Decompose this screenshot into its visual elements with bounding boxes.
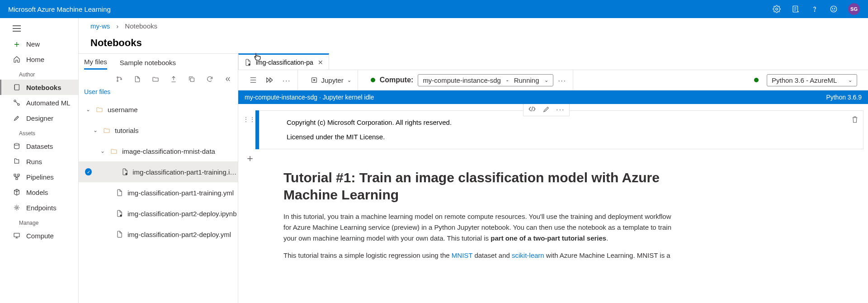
text: This tutorial trains a simple logistic r… — [283, 251, 452, 259]
nav-automl[interactable]: Automated ML — [0, 95, 78, 110]
nav-designer[interactable]: Designer — [0, 110, 78, 126]
tree-file[interactable]: img-classification-part2-deploy.yml — [79, 224, 238, 245]
nav-label: Runs — [26, 158, 42, 166]
tutorial-paragraph: In this tutorial, you train a machine le… — [283, 211, 677, 244]
refresh-icon[interactable] — [205, 75, 214, 84]
product-title: Microsoft Azure Machine Learning — [8, 5, 111, 13]
kernel-status-dot — [754, 78, 759, 82]
file-tree: ⌄ username ⌄ tutorials ⌄ image-classific… — [79, 99, 238, 245]
breadcrumb-current: Notebooks — [125, 22, 157, 30]
svg-point-20 — [120, 215, 122, 216]
plus-icon: ＋ — [13, 40, 21, 48]
nav-datasets[interactable]: Datasets — [0, 138, 78, 154]
text: with Azure Machine Learning. MNIST is a — [544, 251, 670, 259]
tree-file[interactable]: img-classification-part2-deploy.ipynb — [79, 203, 238, 224]
chevron-down-icon: ⌄ — [99, 148, 106, 154]
run-all-icon[interactable] — [265, 76, 274, 84]
chevron-down-icon: ⌄ — [347, 77, 351, 83]
open-in-jupyter[interactable]: Jupyter ⌄ — [311, 76, 351, 84]
add-cell-button[interactable]: ＋ — [244, 152, 256, 165]
folder-icon — [96, 106, 103, 113]
git-icon[interactable] — [115, 75, 124, 84]
tab-my-files[interactable]: My files — [84, 55, 107, 70]
user-files-heading: User files — [79, 86, 238, 99]
markdown-render: Tutorial #1: Train an image classificati… — [238, 165, 690, 281]
nav-home[interactable]: Home — [0, 52, 78, 67]
collapse-panel-icon[interactable] — [223, 75, 232, 84]
tree-label: img-classification-part1-training.yml — [127, 189, 234, 197]
selected-check-icon: ✓ — [85, 168, 92, 175]
svg-point-19 — [125, 173, 127, 175]
help-icon[interactable] — [810, 5, 819, 14]
nav-notebooks[interactable]: Notebooks — [0, 80, 78, 95]
svg-point-5 — [835, 8, 835, 9]
user-avatar[interactable]: SG — [848, 3, 860, 15]
tree-label: tutorials — [115, 127, 139, 134]
home-icon — [13, 55, 21, 63]
tree-label: img-classification-part1-training.ipynb — [132, 168, 238, 176]
delete-cell-icon[interactable] — [851, 115, 859, 123]
more-icon[interactable]: ··· — [556, 106, 565, 114]
more-icon[interactable]: ··· — [558, 76, 566, 84]
cell-active-bar — [255, 110, 259, 149]
new-folder-icon[interactable] — [151, 75, 160, 84]
edit-icon[interactable] — [542, 106, 550, 114]
clone-icon[interactable] — [187, 75, 196, 84]
new-file-icon[interactable] — [133, 75, 142, 84]
compute-label: Compute: — [380, 76, 414, 84]
nav-models[interactable]: Models — [0, 185, 78, 200]
document-tab[interactable]: img-classification-pa ✕ — [238, 53, 329, 70]
close-tab-icon[interactable]: ✕ — [318, 59, 323, 66]
models-icon — [13, 188, 21, 196]
link-scikit[interactable]: scikit-learn — [512, 251, 544, 259]
svg-point-17 — [121, 79, 122, 80]
nav-runs[interactable]: Runs — [0, 154, 78, 169]
folder-icon — [103, 127, 110, 134]
content: my-ws › Notebooks Notebooks My files Sam… — [79, 18, 868, 303]
cell-text-line: Copyright (c) Microsoft Corporation. All… — [287, 117, 852, 128]
cell-drag-handle[interactable]: ⋮⋮ — [243, 110, 255, 149]
toggle-code-icon[interactable] — [528, 106, 536, 114]
nav-endpoints[interactable]: Endpoints — [0, 200, 78, 215]
activity-log-icon[interactable] — [791, 5, 800, 14]
upload-icon[interactable] — [169, 75, 178, 84]
folder-icon — [110, 147, 118, 155]
nav-toggle[interactable] — [0, 21, 78, 36]
text: . — [606, 234, 608, 242]
nav-compute[interactable]: Compute — [0, 228, 78, 243]
kernel-name: Python 3.6 - AzureML — [772, 76, 837, 84]
svg-point-15 — [117, 77, 118, 78]
tree-folder-mnist[interactable]: ⌄ image-classification-mnist-data — [79, 141, 238, 161]
breadcrumb-workspace[interactable]: my-ws — [90, 22, 110, 30]
tutorial-heading: Tutorial #1: Train an image classificati… — [283, 169, 677, 203]
svg-point-0 — [776, 8, 778, 10]
runs-icon — [13, 157, 21, 166]
compute-selector[interactable]: my-compute-instance-sdg - Running ⌄ — [418, 74, 553, 86]
nav-pipelines[interactable]: Pipelines — [0, 169, 78, 185]
nav-new[interactable]: ＋ New — [0, 36, 78, 52]
designer-icon — [13, 114, 21, 122]
notebook-file-icon — [244, 59, 251, 66]
toc-icon[interactable] — [249, 76, 257, 84]
more-icon[interactable]: ··· — [283, 76, 291, 84]
settings-icon[interactable] — [772, 5, 781, 14]
notebook-body[interactable]: ··· ⋮⋮ Copyright (c) Microsoft Corporati… — [238, 104, 868, 303]
svg-rect-10 — [14, 174, 16, 176]
tree-folder-tutorials[interactable]: ⌄ tutorials — [79, 120, 238, 141]
svg-point-3 — [830, 6, 837, 12]
feedback-smile-icon[interactable] — [829, 5, 838, 14]
link-mnist[interactable]: MNIST — [452, 251, 472, 259]
kernel-selector[interactable]: Python 3.6 - AzureML ⌄ — [767, 74, 857, 86]
tree-folder-user[interactable]: ⌄ username — [79, 99, 238, 120]
left-nav: ＋ New Home Author Notebooks Automated ML… — [0, 18, 79, 303]
tutorial-paragraph: This tutorial trains a simple logistic r… — [283, 250, 677, 261]
kernel-status-strip: my-compute-instance-sdg · Jupyter kernel… — [238, 90, 868, 104]
nav-label: Compute — [26, 232, 54, 240]
svg-point-13 — [16, 207, 18, 208]
nav-label: Pipelines — [26, 173, 54, 181]
tab-sample-notebooks[interactable]: Sample notebooks — [120, 56, 176, 69]
tree-file[interactable]: ✓ img-classification-part1-training.ipyn… — [79, 161, 238, 182]
nav-label: Home — [26, 56, 44, 63]
tree-file[interactable]: img-classification-part1-training.yml — [79, 182, 238, 203]
nav-label: Models — [26, 189, 48, 196]
